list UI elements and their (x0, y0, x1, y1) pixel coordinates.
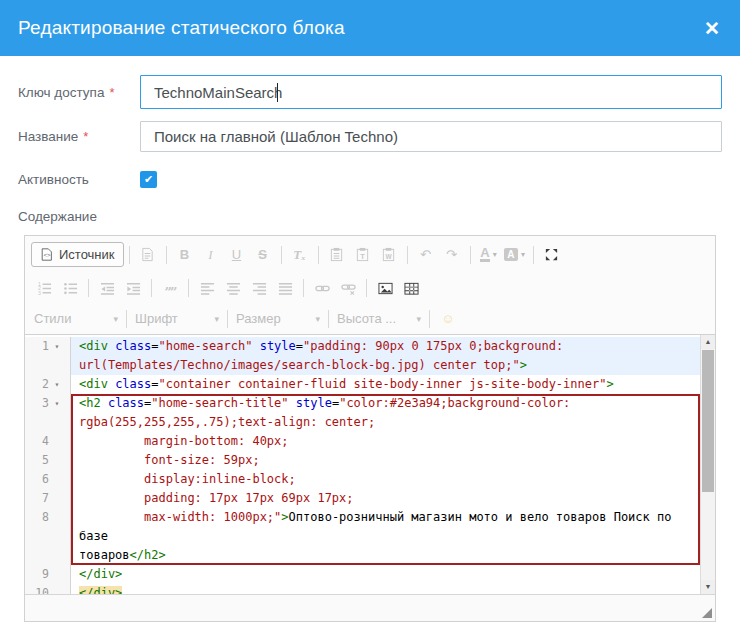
bg-color-icon[interactable]: A▾ (503, 243, 527, 267)
remove-format-icon[interactable]: Tₓ (288, 243, 312, 267)
align-right-icon[interactable] (247, 276, 271, 300)
fold-arrow-icon[interactable]: ▾ (49, 375, 65, 394)
content-label: Содержание (18, 209, 722, 224)
code-line: 2▾<div class="container container-fluid … (25, 375, 700, 394)
code-line: 5 font-size: 59px; (25, 451, 700, 470)
access-key-input-wrap (140, 75, 722, 109)
bold-icon[interactable]: B (173, 243, 197, 267)
code-line-content: </div> (71, 584, 700, 594)
line-gutter: 7 (25, 489, 71, 508)
line-number[interactable]: 9 (25, 565, 49, 584)
dialog-header: Редактирование статического блока ✕ (0, 0, 740, 56)
fold-arrow-icon[interactable]: ▾ (49, 394, 65, 413)
code-line: 6 display:inline-block; (25, 470, 700, 489)
chevron-down-icon: ▾ (214, 314, 219, 324)
font-select[interactable]: Шрифт▾ (135, 311, 219, 326)
scroll-up-arrow[interactable]: ▲ (701, 335, 715, 349)
size-select[interactable]: Размер▾ (236, 311, 320, 326)
scroll-down-arrow[interactable]: ▼ (701, 580, 715, 594)
chevron-down-icon: ▾ (315, 314, 320, 324)
checkmark-icon: ✔ (144, 174, 153, 185)
scrollbar-thumb[interactable] (702, 350, 714, 492)
code-line-content: margin-bottom: 40px; (71, 432, 700, 451)
paste-icon[interactable] (325, 243, 349, 267)
line-number[interactable]: 3 (25, 394, 49, 413)
toolbar-separator (188, 279, 189, 297)
source-button-label: Источник (59, 247, 115, 262)
blockquote-icon[interactable]: ”” (158, 276, 182, 300)
active-row: Активность ✔ (18, 171, 722, 188)
line-number[interactable]: 7 (25, 489, 49, 508)
italic-icon[interactable]: I (199, 243, 223, 267)
table-icon[interactable] (399, 276, 423, 300)
templates-icon[interactable] (136, 243, 160, 267)
styles-select[interactable]: Стили▾ (34, 311, 118, 326)
line-number[interactable]: 2 (25, 375, 49, 394)
code-line: 4 margin-bottom: 40px; (25, 432, 700, 451)
smiley-icon[interactable]: ☺ (436, 307, 460, 331)
line-gutter: 10 (25, 584, 71, 594)
outdent-icon[interactable] (95, 276, 119, 300)
text-color-icon[interactable]: A▾ (477, 243, 501, 267)
link-icon[interactable] (310, 276, 334, 300)
maximize-icon[interactable] (540, 243, 564, 267)
code-line: 10</div> (25, 584, 700, 594)
toolbar-separator (303, 279, 304, 297)
source-code-area[interactable]: 1▾<div class="home-search" style="paddin… (25, 335, 715, 594)
image-icon[interactable] (373, 276, 397, 300)
line-gutter: 2▾ (25, 375, 71, 394)
align-center-icon[interactable] (221, 276, 245, 300)
underline-icon[interactable]: U (225, 243, 249, 267)
access-key-input[interactable] (140, 75, 722, 109)
align-justify-icon[interactable] (273, 276, 297, 300)
line-height-select[interactable]: Высота ...▾ (337, 311, 421, 326)
toolbar-separator (126, 310, 127, 328)
code-line: 9</div> (25, 565, 700, 584)
toolbar-separator (88, 279, 89, 297)
line-number[interactable]: 1 (25, 337, 49, 356)
numbered-list-icon[interactable]: 123 (32, 276, 56, 300)
chevron-down-icon: ▾ (113, 314, 118, 324)
code-lines: 1▾<div class="home-search" style="paddin… (25, 337, 700, 594)
code-line-content: display:inline-block; (71, 470, 700, 489)
resize-handle[interactable] (702, 608, 712, 618)
toolbar-row-2: 123”” (25, 273, 715, 303)
line-number[interactable]: 6 (25, 470, 49, 489)
code-line-content: <h2 class="home-search-title" style="col… (71, 394, 700, 432)
code-line-content: </div> (71, 565, 700, 584)
unlink-icon[interactable] (336, 276, 360, 300)
line-number[interactable]: 4 (25, 432, 49, 451)
line-gutter: 8 (25, 508, 71, 565)
source-button[interactable]: <>Источник (31, 242, 124, 267)
paste-text-icon[interactable]: T (351, 243, 375, 267)
line-gutter: 1▾ (25, 337, 71, 375)
code-line: 3▾<h2 class="home-search-title" style="c… (25, 394, 700, 432)
active-checkbox[interactable]: ✔ (140, 171, 157, 188)
access-key-label: Ключ доступа* (18, 85, 140, 100)
indent-icon[interactable] (121, 276, 145, 300)
vertical-scrollbar[interactable]: ▲ ▼ (700, 335, 715, 594)
size-select-label: Размер (236, 311, 281, 326)
line-number[interactable]: 10 (25, 584, 49, 594)
toolbar-separator (470, 246, 471, 264)
paste-word-icon[interactable]: W (377, 243, 401, 267)
line-number[interactable]: 5 (25, 451, 49, 470)
name-input[interactable] (140, 121, 722, 152)
toolbar-separator (366, 279, 367, 297)
close-button[interactable]: ✕ (704, 19, 720, 38)
toolbar-separator (318, 246, 319, 264)
line-number[interactable]: 8 (25, 508, 49, 527)
svg-text:T: T (360, 252, 365, 261)
code-line: 1▾<div class="home-search" style="paddin… (25, 337, 700, 375)
editor-footer (25, 594, 715, 621)
strikethrough-icon[interactable]: S (251, 243, 275, 267)
undo-icon[interactable]: ↶ (414, 243, 438, 267)
required-asterisk: * (109, 85, 114, 100)
dialog-title: Редактирование статического блока (18, 17, 345, 39)
code-line-content: <div class="home-search" style="padding:… (71, 337, 700, 375)
name-row: Название* (18, 121, 722, 152)
redo-icon[interactable]: ↷ (440, 243, 464, 267)
fold-arrow-icon[interactable]: ▾ (49, 337, 65, 356)
align-left-icon[interactable] (195, 276, 219, 300)
bullet-list-icon[interactable] (58, 276, 82, 300)
